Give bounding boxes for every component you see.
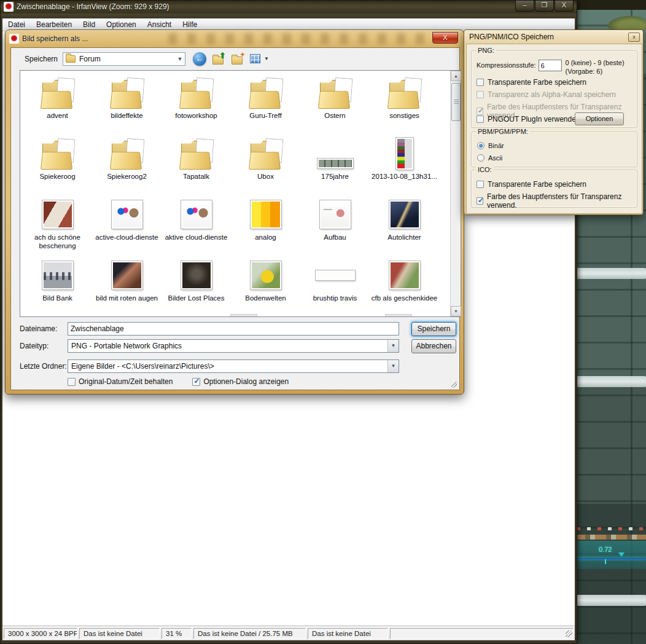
ico-transparent-checkbox[interactable]: Transparente Farbe speichern: [477, 180, 586, 189]
compression-hint: 0 (keine) - 9 (beste) (Vorgabe: 6): [566, 58, 625, 76]
main-titlebar[interactable]: ✺ Zwischenablage - IrfanView (Zoom: 929 …: [0, 0, 577, 14]
save-dialog-toolbar: Speichern Forum ▼ ← ⬆ ✦ ▼: [11, 48, 459, 70]
ico-mainwindow-color-checkbox[interactable]: Farbe des Hauptfensters für Transparenz …: [477, 192, 637, 210]
file-item[interactable]: Autolichter: [370, 195, 439, 256]
scrollbar-thumb[interactable]: [451, 83, 461, 121]
checkbox-checked-icon[interactable]: [477, 197, 483, 205]
filetype-dropdown[interactable]: PNG - Portable Network Graphics: [68, 339, 399, 353]
pngout-plugin-checkbox[interactable]: PNGOUT PlugIn verwenden: [477, 115, 580, 124]
file-item[interactable]: Spiekeroog: [23, 134, 92, 195]
file-label: fotoworkshop: [162, 111, 231, 120]
file-item[interactable]: Tapatalk: [162, 134, 231, 195]
binary-radio[interactable]: Binär: [477, 142, 504, 149]
file-item[interactable]: Bodenwelten: [231, 256, 300, 316]
file-label: cfb als geschenkidee: [370, 294, 439, 302]
ico-group: ICO: Transparente Farbe speichern Farbe …: [471, 170, 637, 208]
file-item[interactable]: Spiekeroog2: [92, 134, 162, 195]
file-thumbnail: [108, 259, 146, 291]
save-button[interactable]: Speichern: [411, 322, 456, 336]
checkbox-icon[interactable]: [477, 79, 484, 86]
file-thumbnail: [177, 138, 216, 170]
checkbox-icon[interactable]: [68, 378, 76, 386]
screen: 0.72 ✺ Zwischenablage - IrfanView (Zoom:…: [0, 0, 646, 644]
file-label: 2013-10-08_13h31...: [370, 172, 439, 181]
save-dialog-body: Speichern Forum ▼ ← ⬆ ✦ ▼: [10, 47, 460, 390]
scroll-down-arrow-icon[interactable]: ▼: [451, 306, 461, 316]
filename-input[interactable]: [68, 322, 399, 336]
save-dialog-titlebar[interactable]: ✺ Bild speichern als ... X: [6, 30, 464, 47]
save-as-dialog: ✺ Bild speichern als ... X Speichern For…: [5, 29, 464, 395]
menu-bearbeiten[interactable]: Bearbeiten: [31, 19, 77, 30]
up-folder-icon[interactable]: ⬆: [212, 52, 225, 66]
file-item[interactable]: 175jahre: [300, 134, 370, 195]
file-item[interactable]: cfb als geschenkidee: [370, 256, 439, 316]
statusbar-resize-grip[interactable]: [566, 630, 572, 637]
menu-datei[interactable]: Datei: [2, 19, 31, 30]
folder-combobox[interactable]: Forum ▼: [63, 52, 185, 66]
new-folder-icon[interactable]: ✦: [231, 52, 244, 66]
file-thumbnail: [39, 138, 77, 170]
file-list[interactable]: advent bildeffekte fotoworkshop: [20, 70, 461, 317]
close-button[interactable]: X: [555, 0, 574, 12]
up-arrow-icon: ⬆: [219, 51, 226, 60]
options-dialog-titlebar[interactable]: PNG/PNM/ICO Speichern x: [464, 30, 643, 44]
file-label: bildeffekte: [92, 111, 162, 120]
file-thumbnail: [108, 138, 146, 170]
file-item[interactable]: brushtip travis: [300, 256, 370, 316]
png-transparent-checkbox[interactable]: Transparente Farbe speichern: [477, 78, 586, 87]
file-item[interactable]: sonstiges: [370, 73, 439, 134]
show-options-checkbox[interactable]: Optionen-Dialog anzeigen: [192, 377, 289, 386]
file-item[interactable]: Guru-Treff: [231, 73, 300, 134]
back-icon[interactable]: ←: [193, 52, 206, 66]
menu-bild[interactable]: Bild: [77, 19, 101, 30]
checkbox-checked-icon[interactable]: [192, 378, 200, 386]
file-item[interactable]: active-cloud-dienste: [92, 195, 162, 256]
cancel-button[interactable]: Abbrechen: [411, 339, 456, 353]
minimize-button[interactable]: –: [515, 0, 534, 12]
dialog-resize-grip[interactable]: [451, 382, 457, 388]
file-item[interactable]: Ostern: [300, 73, 370, 134]
ascii-radio[interactable]: Ascii: [477, 154, 502, 162]
current-folder-name: Forum: [79, 55, 175, 63]
save-dialog-close-button[interactable]: X: [432, 32, 458, 44]
menu-hilfe[interactable]: Hilfe: [177, 19, 203, 30]
file-item[interactable]: ach du schöne bescherung: [23, 195, 92, 256]
cutoff-icon-stub: [385, 314, 412, 316]
file-thumbnail: [316, 198, 354, 230]
file-item[interactable]: Bild Bank: [23, 256, 92, 316]
file-thumbnail: [386, 138, 424, 170]
file-label: Aufbau: [300, 233, 370, 242]
pngout-options-button[interactable]: Optionen: [575, 112, 624, 125]
file-item[interactable]: Aufbau: [300, 195, 370, 256]
file-item[interactable]: analog: [231, 195, 300, 256]
scroll-up-arrow-icon[interactable]: ▲: [451, 71, 461, 81]
file-item[interactable]: Ubox: [231, 134, 300, 195]
folder-icon: [66, 55, 76, 63]
file-label: Bild Bank: [23, 294, 92, 302]
lastfolder-label: Letzte Ordner:: [20, 362, 68, 371]
maximize-button[interactable]: ❐: [535, 0, 554, 12]
file-item[interactable]: aktive cloud-dienste: [162, 195, 231, 256]
checkbox-icon[interactable]: [477, 116, 484, 123]
chevron-down-icon[interactable]: ▼: [175, 56, 185, 62]
view-menu-icon[interactable]: ▼: [250, 52, 263, 66]
radio-selected-icon[interactable]: [477, 142, 484, 149]
lastfolder-dropdown[interactable]: Eigene Bilder - <C:\Users\reinarz\Pictur…: [68, 359, 399, 373]
checkbox-icon[interactable]: [477, 181, 484, 188]
file-list-scrollbar[interactable]: ▲ ▼: [450, 71, 461, 316]
file-item[interactable]: Bilder Lost Places: [162, 256, 231, 316]
options-dialog-close-button[interactable]: x: [628, 33, 640, 42]
compression-input[interactable]: [539, 60, 562, 71]
keep-date-checkbox[interactable]: Original-Datum/Zeit behalten: [68, 377, 173, 386]
file-item[interactable]: advent: [23, 73, 92, 134]
file-item[interactable]: bild mit roten augen: [92, 256, 162, 316]
wall-light-stripe: [574, 595, 646, 606]
menu-optionen[interactable]: Optionen: [101, 19, 142, 30]
file-item[interactable]: fotoworkshop: [162, 73, 231, 134]
menu-ansicht[interactable]: Ansicht: [142, 19, 177, 30]
file-item[interactable]: 2013-10-08_13h31...: [370, 134, 439, 195]
file-item[interactable]: bildeffekte: [92, 73, 162, 134]
file-thumbnail: [177, 259, 216, 291]
file-thumbnail: [39, 198, 77, 230]
radio-icon[interactable]: [477, 154, 484, 162]
